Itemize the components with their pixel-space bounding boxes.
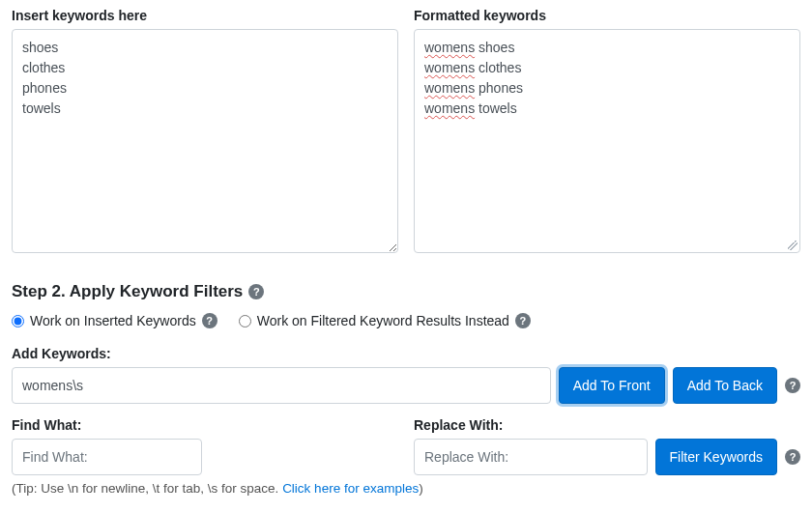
add-to-back-button[interactable]: Add To Back — [673, 367, 777, 404]
help-icon[interactable]: ? — [785, 449, 800, 465]
tip-examples-link[interactable]: Click here for examples — [282, 481, 419, 496]
filter-keywords-button[interactable]: Filter Keywords — [655, 439, 777, 475]
input-keywords-label: Insert keywords here — [12, 8, 398, 23]
help-icon[interactable]: ? — [202, 313, 218, 328]
find-what-input[interactable] — [12, 439, 202, 475]
help-icon[interactable]: ? — [248, 284, 264, 299]
radio-filtered-results[interactable] — [239, 315, 251, 327]
output-keywords-label: Formatted keywords — [414, 8, 800, 23]
radio-inserted-keywords[interactable] — [12, 315, 24, 327]
step2-heading: Step 2. Apply Keyword Filters ? — [12, 282, 800, 301]
step2-heading-text: Step 2. Apply Keyword Filters — [12, 282, 243, 301]
add-keywords-label: Add Keywords: — [12, 346, 800, 361]
tip-prefix: (Tip: Use \n for newline, \t for tab, \s… — [12, 481, 282, 496]
help-icon[interactable]: ? — [785, 378, 800, 393]
replace-with-input[interactable] — [414, 439, 648, 475]
tip-text: (Tip: Use \n for newline, \t for tab, \s… — [12, 481, 800, 496]
work-on-radio-group: Work on Inserted Keywords ? Work on Filt… — [12, 313, 800, 328]
replace-with-label: Replace With: — [414, 417, 800, 433]
find-what-label: Find What: — [12, 417, 398, 433]
help-icon[interactable]: ? — [515, 313, 531, 328]
tip-suffix: ) — [419, 481, 423, 496]
radio-filtered-label[interactable]: Work on Filtered Keyword Results Instead — [257, 313, 509, 328]
add-keywords-input[interactable] — [12, 367, 551, 404]
add-to-front-button[interactable]: Add To Front — [559, 367, 665, 404]
input-keywords-textarea[interactable] — [12, 29, 398, 253]
radio-inserted-label[interactable]: Work on Inserted Keywords — [30, 313, 196, 328]
output-keywords-box[interactable]: womens shoeswomens clotheswomens phonesw… — [414, 29, 800, 253]
